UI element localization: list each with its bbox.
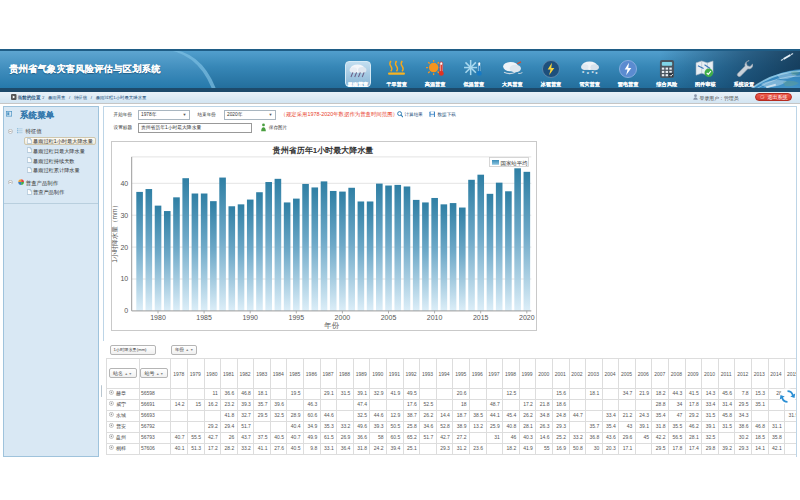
svg-text:20: 20 [120,243,128,250]
svg-text:贵州省历年1小时最大降水量: 贵州省历年1小时最大降水量 [272,146,373,155]
svg-text:1980: 1980 [150,314,166,321]
svg-text:1995: 1995 [289,314,305,321]
svg-text:2020: 2020 [519,314,535,321]
svg-text:*: * [595,71,598,76]
svg-text:30: 30 [120,211,128,218]
svg-text:*: * [586,71,589,76]
svg-text:0: 0 [124,307,128,314]
svg-text:1小时降水量（mm）: 1小时降水量（mm） [111,202,119,263]
svg-text:*: * [591,70,594,76]
svg-text:40: 40 [120,179,128,186]
svg-text:2010: 2010 [427,314,443,321]
svg-text:*: * [582,70,585,76]
svg-text:2005: 2005 [381,314,397,321]
svg-text:1990: 1990 [242,314,258,321]
svg-text:国家站平均: 国家站平均 [501,159,528,166]
svg-text:1985: 1985 [196,314,212,321]
svg-text:10: 10 [120,275,128,282]
svg-text:年份: 年份 [323,321,339,330]
svg-text:2015: 2015 [473,314,489,321]
